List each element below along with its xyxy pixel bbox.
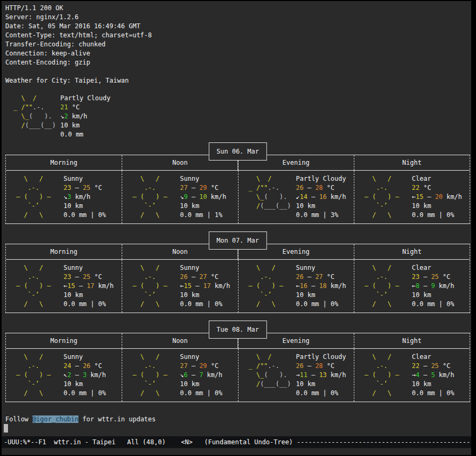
column-header-night: Night: [354, 244, 470, 259]
wind-direction-arrow: ←: [412, 193, 416, 201]
precipitation-text: 0.0 mm | 0%: [296, 300, 346, 309]
wind-direction-arrow: →: [412, 371, 416, 379]
http-header-line: Content-Type: text/html; charset=utf-8: [5, 31, 471, 40]
http-header-line: Date: Sat, 05 Mar 2016 16:49:46 GMT: [5, 22, 471, 31]
precipitation-text: 0.0 mm | 0%: [180, 389, 223, 398]
weather-icon: \ / .-. – ( ) – `-’ / \: [6, 174, 64, 220]
forecast-cell: \ / .-. – ( ) – `-’ / \ Clear 22 °C ←15 …: [354, 171, 470, 223]
http-header-line: Transfer-Encoding: chunked: [5, 40, 471, 49]
terminal-screen[interactable]: HTTP/1.1 200 OK Server: nginx/1.2.6 Date…: [2, 1, 471, 455]
temperature-range: 26 – 27 °C: [296, 273, 346, 282]
temperature-range: 27 – 29 °C: [180, 183, 226, 193]
precipitation-text: 0.0 mm | 0%: [296, 389, 346, 398]
temperature-range: 24 – 26 °C: [64, 362, 106, 371]
table-body-row: \ / .-. – ( ) – `-’ / \ Sunny 23 – 25 °C…: [6, 171, 470, 223]
date-tab: Sun 06. Mar: [209, 142, 267, 161]
temperature-range: 23 – 25 °C: [64, 183, 106, 193]
visibility-text: 10 km: [180, 380, 223, 389]
temperature-range: 23 – 25 °C: [412, 273, 455, 282]
forecast-day-section: Sun 06. Mar Morning Noon Evening Night \…: [5, 155, 470, 224]
forecast-cell: \ / .-. – ( ) – `-’ / \ Sunny 26 – 27 °C…: [122, 260, 237, 313]
wind-direction-arrow: ↙: [296, 193, 300, 201]
column-header-night: Night: [354, 333, 470, 348]
twitter-handle-link[interactable]: @igor_chubin: [33, 415, 79, 423]
weather-icon: \ / _ /"".-. \_( ). /(___(__): [239, 353, 296, 398]
condition-text: Sunny: [64, 174, 106, 183]
forecast-day-section: Mon 07. Mar Morning Noon Evening Night \…: [5, 244, 470, 313]
precipitation-text: 0.0 mm | 0%: [64, 300, 114, 309]
weather-icon: \ / .-. – ( ) – `-’ / \: [6, 353, 64, 398]
precipitation-text: 0.0 mm | 0%: [64, 389, 106, 398]
temperature-range: 26 – 28 °C: [296, 362, 346, 371]
wind-speed: ←8 – 9 km/h: [412, 282, 455, 291]
weather-icon: \ / .-. – ( ) – `-’ / \: [122, 263, 180, 309]
visibility-text: 10 km: [412, 202, 462, 211]
visibility-text: 10 km: [412, 380, 455, 389]
wind-direction-arrow: ←: [412, 282, 416, 290]
condition-text: Sunny: [180, 353, 223, 362]
condition-text: Clear: [412, 263, 455, 273]
condition-text: Sunny: [180, 263, 230, 273]
table-body-row: \ / .-. – ( ) – `-’ / \ Sunny 23 – 25 °C…: [6, 260, 470, 313]
precipitation-text: 0.0 mm | 0%: [412, 211, 462, 220]
temperature-range: 26 – 28 °C: [296, 183, 346, 193]
cursor-line: [5, 424, 471, 433]
precipitation-text: 0.0 mm | 0%: [64, 211, 106, 220]
wind-direction-arrow: →: [296, 371, 300, 379]
weather-icon: \ / .-. – ( ) – `-’ / \: [122, 174, 180, 220]
forecast-cell: \ / .-. – ( ) – `-’ / \ Sunny 23 – 25 °C…: [6, 260, 122, 313]
location-line: Weather for City: Taipei, Taiwan: [5, 76, 471, 85]
wind-speed: →4 – 5 km/h: [412, 371, 455, 380]
visibility-text: 10 km: [60, 121, 110, 130]
visibility-text: 10 km: [64, 202, 106, 211]
weather-icon: \ / .-. – ( ) – `-’ / \: [354, 174, 412, 220]
table-body-row: \ / .-. – ( ) – `-’ / \ Sunny 24 – 26 °C…: [6, 349, 470, 402]
wind-speed: ←16 – 18 km/h: [296, 282, 346, 291]
visibility-text: 10 km: [296, 380, 346, 389]
forecast-day-section: Tue 08. Mar Morning Noon Evening Night \…: [5, 333, 470, 402]
http-header-line: Server: nginx/1.2.6: [5, 13, 471, 22]
condition-text: Partly Cloudy: [60, 94, 110, 103]
precipitation-text: 0.0 mm | 3%: [296, 211, 346, 220]
wind-speed: ↖2 – 3 km/h: [64, 371, 106, 380]
column-header-morning: Morning: [6, 333, 122, 348]
precipitation-text: 0.0 mm: [60, 130, 110, 139]
http-headers-block: HTTP/1.1 200 OK Server: nginx/1.2.6 Date…: [5, 4, 471, 67]
precipitation-text: 0.0 mm | 0%: [412, 389, 455, 398]
date-label: Tue 08. Mar: [217, 326, 259, 333]
wind-speed: ←15 – 17 km/h: [180, 282, 230, 291]
weather-icon: \ / .-. – ( ) – `-’ / \: [6, 263, 64, 309]
wind-speed: ←15 – 17 km/h: [64, 282, 114, 291]
condition-text: Partly Cloudy: [296, 174, 346, 183]
temperature-range: 26 – 27 °C: [180, 273, 230, 282]
forecast-cell: \ / .-. – ( ) – `-’ / \ Clear 22 – 25 °C…: [354, 349, 470, 402]
http-header-line: Connection: keep-alive: [5, 49, 471, 58]
text-cursor: [4, 424, 8, 433]
http-header-line: Content-Encoding: gzip: [5, 58, 471, 67]
follow-line: Follow @igor_chubin for wttr.in updates: [5, 415, 471, 424]
partly-cloudy-icon: \ / _ /"".-. \_( ). /(___(__): [5, 94, 60, 139]
wind-speed: ↘6 – 7 km/h: [180, 371, 223, 380]
visibility-text: 10 km: [64, 291, 114, 300]
temperature-value: 21 °C: [60, 103, 110, 112]
forecast-cell: \ / .-. – ( ) – `-’ / \ Clear 23 – 25 °C…: [354, 260, 470, 313]
temperature-range: 22 °C: [412, 183, 462, 193]
condition-text: Sunny: [180, 174, 226, 183]
wind-speed: ↘2 km/h: [60, 112, 110, 121]
weather-icon: \ / .-. – ( ) – `-’ / \: [354, 353, 412, 398]
temperature-range: 23 – 25 °C: [64, 273, 114, 282]
visibility-text: 10 km: [180, 291, 230, 300]
column-header-night: Night: [354, 155, 470, 170]
forecast-cell: \ / _ /"".-. \_( ). /(___(__) Partly Clo…: [238, 171, 354, 223]
condition-text: Sunny: [296, 263, 346, 273]
emacs-modeline[interactable]: -UUU:%*--F1 wttr.in - Taipei All (48,0) …: [2, 436, 471, 448]
weather-icon: \ / _ /"".-. \_( ). /(___(__): [239, 174, 296, 220]
current-conditions: \ / _ /"".-. \_( ). /(___(__) Partly Clo…: [5, 94, 471, 139]
weather-icon: \ / .-. – ( ) – `-’ / \: [354, 263, 412, 309]
condition-text: Sunny: [64, 263, 114, 273]
wind-speed: ←15 – 20 km/h: [412, 193, 462, 202]
visibility-text: 10 km: [412, 291, 455, 300]
terminal-buffer: HTTP/1.1 200 OK Server: nginx/1.2.6 Date…: [2, 1, 471, 433]
wind-speed: →11 – 13 km/h: [296, 371, 346, 380]
forecast-days: Sun 06. Mar Morning Noon Evening Night \…: [5, 155, 471, 402]
